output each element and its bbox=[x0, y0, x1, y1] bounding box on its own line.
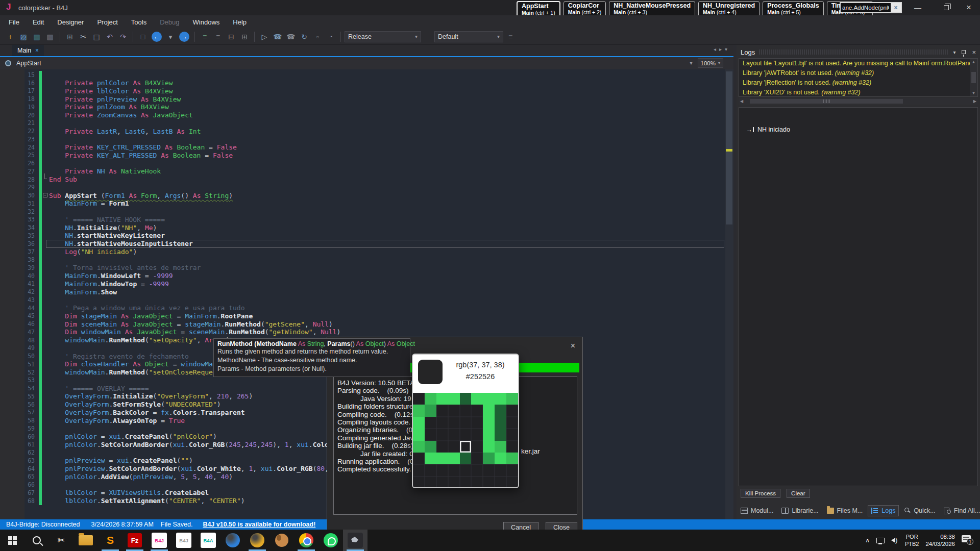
code-line-41[interactable]: 41 MainForm.WindowTop = -9999 bbox=[0, 280, 733, 288]
code-line-25[interactable]: 25 Private KEY_ALT_PRESSED As Boolean = … bbox=[0, 152, 733, 160]
warnings-scrollbar[interactable]: ▲▼ bbox=[970, 59, 977, 96]
run-icon[interactable]: ▷ bbox=[258, 31, 271, 43]
code-line-36[interactable]: 36 NH.startNativeMouseInputListener bbox=[0, 240, 733, 248]
menu-edit[interactable]: Edit bbox=[26, 15, 51, 29]
clear-button[interactable]: Clear bbox=[787, 489, 810, 498]
code-line-45[interactable]: 45 Dim stageMain As JavaObject = MainFor… bbox=[0, 312, 733, 320]
panel-tab-modules[interactable]: Modul... bbox=[738, 506, 776, 516]
comment-icon[interactable]: ≡ bbox=[199, 31, 211, 43]
code-line-28[interactable]: 28End Sub bbox=[0, 176, 733, 184]
start-icon[interactable] bbox=[0, 530, 24, 551]
save-all-icon[interactable]: ▦ bbox=[44, 31, 56, 43]
gold-app-icon[interactable] bbox=[245, 530, 270, 551]
dog-app-icon[interactable] bbox=[270, 530, 294, 551]
network-icon[interactable] bbox=[876, 538, 885, 543]
code-line-26[interactable]: 26 bbox=[0, 159, 733, 167]
snipping-tool-icon[interactable]: ✂ bbox=[49, 530, 74, 551]
menu-help[interactable]: Help bbox=[226, 15, 253, 29]
forward-icon[interactable]: → bbox=[179, 32, 189, 42]
code-line-31[interactable]: 31 MainForm = Form1 bbox=[0, 199, 733, 208]
panel-tab-logs[interactable]: Logs bbox=[868, 505, 899, 516]
save-icon[interactable]: ▦ bbox=[31, 31, 43, 43]
code-line-19[interactable]: 19 Private pnlZoom As B4XView bbox=[0, 103, 733, 111]
code-line-15[interactable]: 15 bbox=[0, 71, 733, 79]
back-icon[interactable]: ← bbox=[152, 32, 162, 42]
paste-icon[interactable]: ▤ bbox=[90, 31, 103, 43]
build-config-select[interactable]: Release▾ bbox=[345, 31, 421, 42]
compile-icon[interactable]: ◔ bbox=[325, 31, 337, 43]
toolbar-overflow-icon[interactable]: ≡ bbox=[504, 31, 517, 43]
tab-close-icon[interactable]: × bbox=[35, 47, 39, 54]
b4j-gray-icon[interactable]: B4J bbox=[172, 530, 196, 551]
menu-windows[interactable]: Windows bbox=[186, 15, 227, 29]
code-line-29[interactable]: 29 bbox=[0, 184, 733, 192]
code-line-44[interactable]: 44 ' Pega a window uma única vez e usa p… bbox=[0, 304, 733, 312]
open-icon[interactable]: ▨ bbox=[17, 31, 30, 43]
file-explorer-icon[interactable] bbox=[74, 530, 98, 551]
code-line-39[interactable]: 39 ' Torna invisível antes de mostrar bbox=[0, 264, 733, 272]
filezilla-icon[interactable]: Fz bbox=[122, 530, 147, 551]
code-line-23[interactable]: 23 bbox=[0, 135, 733, 143]
code-line-18[interactable]: 18 Private pnlPreview As B4XView bbox=[0, 95, 733, 103]
tab-nav-arrows[interactable]: ◂▸▾ bbox=[714, 46, 730, 52]
panel-tab-findall[interactable]: Find All... bbox=[941, 506, 980, 516]
sub-dropdown-icon[interactable]: ▾ bbox=[690, 60, 693, 66]
stop-icon[interactable]: □ bbox=[137, 31, 149, 43]
new-icon[interactable]: + bbox=[4, 31, 16, 43]
code-line-40[interactable]: 40 MainForm.WindowLeft = -9999 bbox=[0, 272, 733, 280]
code-line-34[interactable]: 34 NH.Initialize("NH", Me) bbox=[0, 223, 733, 232]
tab-main[interactable]: Main × bbox=[12, 45, 44, 56]
undo-icon[interactable]: ↶ bbox=[104, 31, 116, 43]
editor-scrollbar[interactable] bbox=[725, 69, 733, 519]
search-input[interactable] bbox=[841, 5, 891, 11]
editor-scrollbar-thumb[interactable] bbox=[726, 71, 732, 224]
kill-process-button[interactable]: Kill Process bbox=[741, 489, 780, 498]
b4j-icon[interactable]: B4J bbox=[147, 530, 172, 551]
module-name[interactable]: AppStart bbox=[16, 60, 41, 67]
language-indicator[interactable]: PORPTB2 bbox=[905, 533, 919, 547]
search-icon[interactable] bbox=[24, 530, 49, 551]
panel-tab-files[interactable]: Files M... bbox=[824, 506, 866, 516]
chrome-icon[interactable] bbox=[294, 530, 318, 551]
small-square-icon[interactable]: ▫ bbox=[311, 31, 324, 43]
clock[interactable]: 08:3824/03/2026 bbox=[925, 533, 955, 547]
menu-designer[interactable]: Designer bbox=[51, 15, 90, 29]
pin-icon[interactable] bbox=[962, 50, 966, 54]
panel-tab-libraries[interactable]: Librarie... bbox=[778, 506, 821, 516]
speaker-icon[interactable] bbox=[891, 538, 895, 543]
code-line-24[interactable]: 24 Private KEY_CTRL_PRESSED As Boolean =… bbox=[0, 143, 733, 152]
code-line-27[interactable]: 27 Private NH As NativeHook bbox=[0, 167, 733, 176]
designer-window-icon[interactable]: ⊞ bbox=[238, 31, 251, 43]
code-line-17[interactable]: 17 Private lblColor As B4XView bbox=[0, 87, 733, 95]
panel-dropdown-icon[interactable]: ▾ bbox=[953, 49, 955, 55]
close-button[interactable]: × bbox=[958, 0, 980, 15]
code-line-43[interactable]: 43 bbox=[0, 296, 733, 304]
zoom-select[interactable]: 100%▾ bbox=[698, 58, 723, 68]
menu-file[interactable]: File bbox=[2, 15, 26, 29]
back-menu-icon[interactable]: ▾ bbox=[164, 31, 177, 43]
minimize-button[interactable]: — bbox=[906, 0, 929, 15]
code-line-42[interactable]: 42 MainForm.Show bbox=[0, 288, 733, 296]
sublime-text-icon[interactable]: S bbox=[98, 530, 122, 551]
update-download-link[interactable]: B4J v10.50 is available for download! bbox=[203, 521, 315, 528]
redo-icon[interactable]: ↷ bbox=[117, 31, 129, 43]
log-output[interactable]: → NH iniciado bbox=[739, 107, 978, 486]
tray-chevron-icon[interactable]: ∧ bbox=[865, 537, 870, 544]
notification-center-icon[interactable]: 1 bbox=[962, 535, 975, 545]
copy-icon[interactable]: ⊞ bbox=[64, 31, 76, 43]
disconnect-icon[interactable]: ☎ bbox=[285, 31, 297, 43]
colorpicker-app-icon[interactable] bbox=[343, 530, 368, 551]
code-line-35[interactable]: 35 NH.startNativeKeyListener bbox=[0, 232, 733, 240]
code-line-22[interactable]: 22 Private LastR, LastG, LastB As Int bbox=[0, 127, 733, 135]
profile-select[interactable]: Default▾ bbox=[434, 31, 503, 42]
menu-tools[interactable]: Tools bbox=[125, 15, 153, 29]
panel-close-icon[interactable]: × bbox=[972, 48, 976, 56]
code-line-21[interactable]: 21 bbox=[0, 119, 733, 128]
dialog-close-icon[interactable]: × bbox=[571, 341, 575, 350]
menu-debug[interactable]: Debug bbox=[153, 15, 186, 29]
code-line-30[interactable]: 30−Sub AppStart (Form1 As Form, Args() A… bbox=[0, 191, 733, 199]
refresh-icon[interactable]: ↻ bbox=[298, 31, 310, 43]
b4a-icon[interactable]: B4A bbox=[196, 530, 220, 551]
code-line-33[interactable]: 33 ' ===== NATIVE HOOK ===== bbox=[0, 216, 733, 224]
maximize-button[interactable] bbox=[935, 0, 958, 15]
